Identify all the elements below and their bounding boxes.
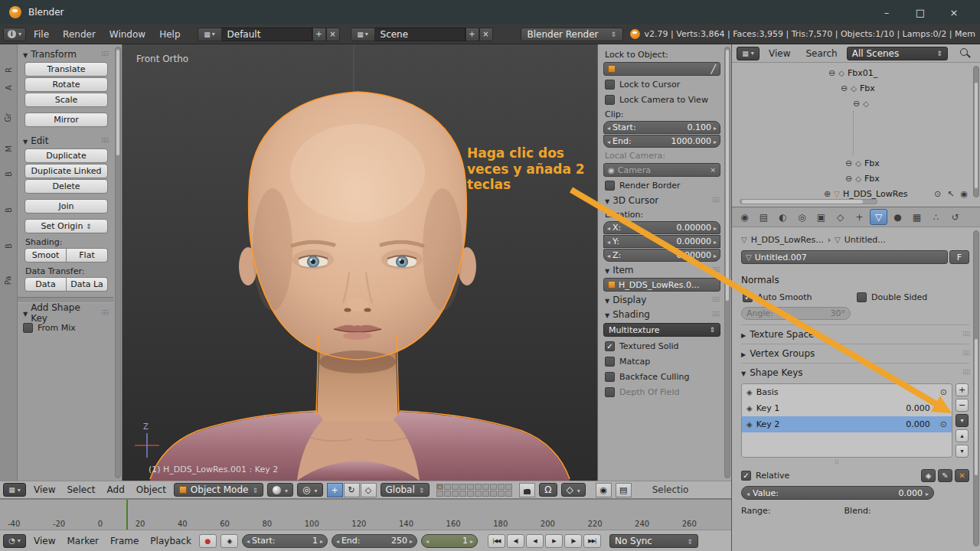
outliner-item[interactable]: ⊖◇Fbx	[732, 171, 980, 186]
opengl-render-icon[interactable]: ◉	[596, 483, 612, 497]
lock-to-cursor-row[interactable]: Lock to Cursor	[603, 77, 720, 92]
editor-type-button[interactable]: ▦	[737, 47, 760, 60]
shape-key-item-key1[interactable]: ◈Key 10.000⊙	[742, 400, 952, 416]
menu-add[interactable]: Add	[103, 484, 129, 495]
shelf-tab[interactable]: B	[5, 243, 13, 249]
panel-header-shape-keys[interactable]: Shape Keys	[741, 363, 969, 382]
jump-to-end-button[interactable]: ▶▶|	[583, 534, 601, 548]
menu-file[interactable]: File	[28, 29, 55, 40]
depth-of-field-row[interactable]: Depth Of Field	[603, 384, 720, 399]
tab-particles[interactable]: ∴	[927, 209, 945, 225]
layer-cell[interactable]	[475, 491, 482, 497]
renderable-icon[interactable]: ◉	[960, 189, 968, 199]
translate-button[interactable]: Translate	[24, 62, 108, 77]
increment-icon[interactable]	[410, 536, 413, 546]
current-frame-field[interactable]: 1	[421, 534, 478, 548]
tab-material[interactable]: ●	[889, 209, 906, 225]
scrollbar-thumb[interactable]	[974, 338, 978, 476]
data-layout-button[interactable]: Data La	[67, 277, 108, 292]
shelf-tab[interactable]: M	[4, 145, 12, 152]
edit-mode-icon[interactable]: ✎	[938, 469, 952, 482]
eye-icon[interactable]: ⊙	[934, 189, 941, 199]
sync-mode-select[interactable]: No Sync	[609, 534, 698, 548]
matcap-row[interactable]: Matcap	[603, 354, 720, 369]
auto-smooth-row[interactable]: Auto Smooth	[741, 289, 855, 305]
menu-frame[interactable]: Frame	[106, 536, 142, 546]
viewport-shading-select[interactable]	[267, 483, 293, 497]
panel-header-display[interactable]: Display	[603, 292, 720, 307]
menu-object[interactable]: Object	[132, 484, 170, 495]
layer-cell[interactable]	[444, 484, 451, 490]
breadcrumb-data[interactable]: Untitled...	[844, 235, 886, 245]
menu-view[interactable]: View	[30, 536, 59, 546]
tab-object[interactable]: ▣	[812, 209, 830, 225]
join-button[interactable]: Join	[24, 199, 108, 214]
shape-key-value-slider[interactable]: Value:0.000	[741, 486, 934, 500]
n-panel-scrollbar[interactable]	[724, 47, 730, 478]
cursor-y-field[interactable]: Y:0.00000	[603, 235, 720, 248]
item-name-field[interactable]: H_DDS_LowRes.0...	[603, 278, 720, 292]
render-engine-select[interactable]: Blender Render	[521, 28, 624, 41]
shape-key-item-basis[interactable]: ◈Basis⊙	[742, 384, 952, 400]
layer-cell[interactable]	[459, 491, 466, 497]
lock-camera-checkbox[interactable]	[605, 95, 615, 105]
shelf-tab[interactable]: A	[5, 85, 13, 90]
play-button[interactable]: ▶	[545, 534, 563, 548]
layer-cell[interactable]	[490, 491, 497, 497]
backface-culling-checkbox[interactable]	[605, 372, 615, 382]
layer-cell[interactable]	[467, 491, 474, 497]
auto-keyframe-record-icon[interactable]: ●	[199, 534, 217, 548]
increment-icon[interactable]	[714, 236, 717, 246]
decrement-icon[interactable]	[247, 536, 250, 546]
breadcrumb-object[interactable]: H_DDS_LowRes...	[751, 235, 824, 245]
menu-marker[interactable]: Marker	[63, 536, 102, 546]
clear-icon[interactable]: ✕	[955, 469, 969, 482]
layer-cell[interactable]	[467, 484, 474, 490]
list-resize-grip[interactable]	[741, 458, 933, 467]
delete-scene-button[interactable]: ×	[479, 28, 493, 41]
opengl-render-anim-icon[interactable]: ▤	[616, 483, 632, 497]
decrement-icon[interactable]	[607, 250, 610, 260]
data-button[interactable]: Data	[24, 277, 67, 292]
cursor-z-field[interactable]: Z:0.00000	[603, 249, 720, 262]
increment-icon[interactable]	[714, 122, 717, 132]
eye-icon[interactable]: ⊙	[940, 403, 947, 413]
layer-cell[interactable]	[505, 484, 512, 490]
tab-physics[interactable]: ↺	[946, 209, 964, 225]
panel-header-vertex-groups[interactable]: Vertex Groups	[741, 344, 969, 363]
relative-checkbox[interactable]	[741, 471, 751, 481]
layer-cell[interactable]	[490, 484, 497, 490]
tab-object-data[interactable]: ▽	[870, 209, 887, 225]
clip-start-field[interactable]: Start:0.100	[603, 121, 720, 134]
scrollbar-thumb[interactable]	[742, 200, 863, 204]
menu-view[interactable]: View	[763, 48, 796, 59]
tool-shelf-scrollbar[interactable]	[115, 47, 121, 478]
maximize-button[interactable]: □	[903, 7, 937, 18]
screen-layout-field[interactable]: Default	[222, 28, 312, 41]
decrement-icon[interactable]	[607, 136, 610, 146]
render-border-row[interactable]: Render Border	[603, 178, 720, 193]
clear-icon[interactable]: ×	[710, 166, 716, 174]
pivot-select[interactable]: ◎	[297, 483, 323, 497]
decrement-icon[interactable]	[746, 488, 750, 498]
increment-icon[interactable]	[926, 488, 929, 498]
layer-cell[interactable]	[475, 484, 482, 490]
play-reverse-button[interactable]: ◀	[526, 534, 544, 548]
shape-key-item-key2-selected[interactable]: ◈Key 20.000⊙	[742, 416, 952, 432]
menu-select[interactable]: Select	[63, 484, 99, 495]
tab-modifiers[interactable]: +	[851, 209, 868, 225]
panel-header-edit[interactable]: Edit	[21, 133, 109, 148]
clip-end-field[interactable]: End:1000.000	[603, 135, 720, 148]
add-scene-button[interactable]: +	[466, 28, 479, 41]
layer-cell[interactable]	[505, 491, 512, 497]
tab-constraints[interactable]: ◇	[831, 209, 849, 225]
move-down-button[interactable]: ▾	[956, 445, 969, 458]
close-button[interactable]: ×	[937, 7, 971, 18]
fake-user-button[interactable]: F	[949, 250, 969, 264]
lock-to-cursor-checkbox[interactable]	[605, 80, 615, 90]
menu-search[interactable]: Search	[799, 48, 843, 59]
rotate-manipulator-icon[interactable]: ↻	[344, 483, 360, 497]
shape-key-specials-button[interactable]: ▾	[956, 414, 969, 427]
decrement-icon[interactable]	[607, 122, 610, 132]
shading-mode-select[interactable]: Multitexture⇕	[603, 323, 720, 337]
